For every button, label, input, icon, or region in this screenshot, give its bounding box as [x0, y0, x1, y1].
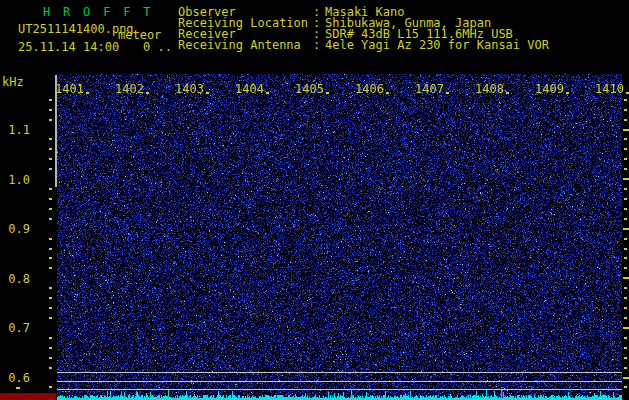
- x-axis-label: 1405: [295, 83, 324, 95]
- y-axis-tick-right: [624, 386, 627, 388]
- y-axis-tick-left: [49, 208, 52, 210]
- y-axis-tick-left: [49, 119, 52, 121]
- x-axis-label: 1409: [535, 83, 564, 95]
- hrofft-window: H R O F F T UT2511141400.png meteor 25.1…: [0, 0, 629, 400]
- y-axis-tick-left: [49, 168, 52, 170]
- x-axis-label: 1407: [415, 83, 444, 95]
- y-axis-tick-right: [624, 267, 627, 269]
- y-axis-tick-right: [624, 317, 627, 319]
- info-separator: :: [313, 38, 320, 52]
- y-axis-tick-right: [624, 297, 627, 299]
- x-axis-tick: [266, 92, 269, 94]
- y-axis-tick-right-major: [623, 277, 629, 279]
- echo-count-indicator: 0 ..: [143, 41, 172, 53]
- y-axis-tick-left: [49, 267, 52, 269]
- y-axis-tick-left: [49, 198, 52, 200]
- y-axis-tick-right-major: [623, 129, 629, 131]
- y-axis-tick-right: [624, 119, 627, 121]
- y-axis-tick-right: [624, 198, 627, 200]
- y-axis-tick-right-major: [623, 228, 629, 230]
- y-axis-tick-right-major: [623, 327, 629, 329]
- y-axis-tick-left: [49, 287, 52, 289]
- y-axis-tick-right: [624, 208, 627, 210]
- y-axis-tick-left: [49, 218, 52, 220]
- y-axis-label: 0.8: [2, 272, 30, 286]
- x-axis-tick: [446, 92, 449, 94]
- y-axis-label: 0.7: [2, 321, 30, 335]
- calibration-line: [57, 381, 622, 382]
- x-axis-label: 1408: [475, 83, 504, 95]
- y-axis-tick-left: [49, 148, 52, 150]
- y-axis-tick-left: [49, 238, 52, 240]
- y-axis-tick-right: [624, 158, 627, 160]
- y-axis-tick-left: [49, 297, 52, 299]
- y-axis-tick-left: [49, 138, 52, 140]
- y-axis-tick-right: [624, 138, 627, 140]
- y-axis-tick-right-major: [623, 178, 629, 180]
- y-axis-tick-left: [49, 99, 52, 101]
- y-axis-tick-left: [49, 257, 52, 259]
- y-axis-tick-right-major: [623, 377, 629, 379]
- y-axis-tick-left: [49, 347, 52, 349]
- y-axis-tick-right: [624, 347, 627, 349]
- y-axis-tick-right: [624, 218, 627, 220]
- y-axis-tick-right: [624, 248, 627, 250]
- x-axis-tick: [386, 92, 389, 94]
- calibration-line: [57, 389, 622, 390]
- x-axis-tick: [326, 92, 329, 94]
- y-axis-tick-left: [49, 337, 52, 339]
- spectrogram-canvas: [57, 74, 622, 400]
- left-edge-marker-line: [55, 75, 57, 187]
- y-axis-tick-left: [49, 188, 52, 190]
- y-axis-tick-right: [624, 168, 627, 170]
- info-row-antenna: Receiving Antenna : 4ele Yagi Az 230 for…: [178, 38, 628, 49]
- x-axis-label: 1403: [175, 83, 204, 95]
- y-axis-label: 1.1: [2, 123, 30, 137]
- y-axis-label: 0.9: [2, 222, 30, 236]
- y-axis-label: 1.0: [2, 173, 30, 187]
- info-value: 4ele Yagi Az 230 for Kansai VOR: [325, 38, 549, 52]
- capture-datetime: 25.11.14 14:00: [18, 41, 119, 53]
- y-axis-tick-right: [624, 357, 627, 359]
- y-axis-tick-right: [624, 188, 627, 190]
- capture-filename: UT2511141400.png: [18, 23, 134, 35]
- x-axis-tick: [566, 92, 569, 94]
- y-axis-unit: kHz: [2, 76, 24, 88]
- y-axis-tick-right: [624, 257, 627, 259]
- y-axis-tick-right: [624, 238, 627, 240]
- x-axis-label: 1404: [235, 83, 264, 95]
- x-axis-tick: [206, 92, 209, 94]
- y-axis-tick-left: [49, 158, 52, 160]
- y-axis-tick-right: [624, 287, 627, 289]
- x-axis-label: 1401: [55, 83, 84, 95]
- x-axis-tick: [146, 92, 149, 94]
- corner-red-block: [0, 393, 56, 400]
- y-axis-tick-right: [624, 99, 627, 101]
- x-axis-label: 1410: [595, 83, 624, 95]
- info-row-observer: Observer : Masaki Kano: [178, 5, 628, 16]
- y-axis-tick-right: [624, 307, 627, 309]
- y-axis-tick-left: [49, 367, 52, 369]
- x-axis-label: 1402: [115, 83, 144, 95]
- y-axis-tick-left: [49, 357, 52, 359]
- info-label: Receiving Antenna: [178, 38, 301, 52]
- info-row-receiver: Receiver : SDR# 43dB L15 111.6MHz USB: [178, 27, 628, 38]
- y-axis-tick-right: [624, 148, 627, 150]
- y-axis-tick-right: [624, 109, 627, 111]
- y-axis-tick-left: [49, 317, 52, 319]
- app-title: H R O F F T: [43, 6, 153, 18]
- y-axis-tick-right: [624, 367, 627, 369]
- info-row-location: Receiving Location : Shibukawa, Gunma, J…: [178, 16, 628, 27]
- y-axis-tick-left: [49, 248, 52, 250]
- y-axis-tick-right: [624, 337, 627, 339]
- y-axis-tick-left: [49, 109, 52, 111]
- calibration-line: [57, 372, 622, 373]
- x-axis-label: 1406: [355, 83, 384, 95]
- x-axis-tick: [86, 92, 89, 94]
- y-axis-label: 0.6: [2, 371, 30, 385]
- y-axis-tick-left: [49, 307, 52, 309]
- stray-tick: [16, 387, 20, 389]
- y-axis-tick-left: [49, 386, 52, 388]
- x-axis-tick: [506, 92, 509, 94]
